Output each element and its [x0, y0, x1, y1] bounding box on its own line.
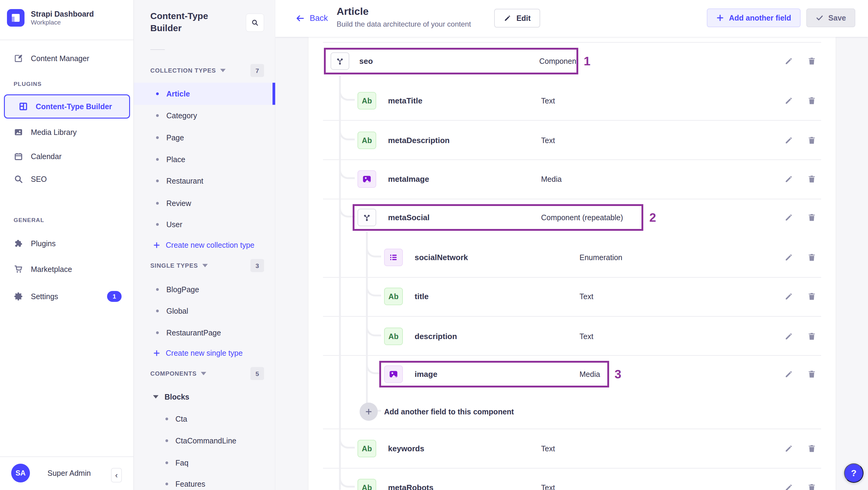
sidebar-item-settings[interactable]: Settings: [0, 286, 134, 307]
sidebar-section-header: GENERAL: [13, 217, 44, 223]
panel-section-header-single-types[interactable]: SINGLE TYPES: [150, 262, 208, 269]
edit-field-button[interactable]: [783, 95, 795, 107]
bullet-icon: [156, 93, 159, 95]
edit-field-button[interactable]: [783, 330, 795, 342]
edit-field-button[interactable]: [783, 290, 795, 303]
seo-search-icon: [13, 174, 23, 184]
bullet-icon: [156, 223, 159, 226]
panel-item-blogpage[interactable]: BlogPage: [134, 279, 275, 301]
delete-field-button[interactable]: [806, 55, 818, 67]
panel-item-global[interactable]: Global: [134, 300, 275, 322]
field-name-metaimage: metaImage: [388, 175, 429, 184]
plus-icon: [716, 14, 724, 22]
fields-list-card: seoComponent1AbmetaTitleTextAbmetaDescri…: [309, 37, 836, 490]
field-type: Text: [541, 136, 555, 145]
delete-field-button[interactable]: [806, 330, 818, 342]
create-new-link[interactable]: Create new single type: [153, 349, 243, 358]
sidebar-item-marketplace[interactable]: Marketplace: [0, 258, 134, 280]
text-field-icon: Ab: [384, 328, 403, 345]
panel-item-category[interactable]: Category: [134, 105, 275, 127]
field-name-metadescription: metaDescription: [388, 136, 450, 145]
collapse-sidebar-button[interactable]: ‹: [111, 468, 122, 483]
component-icon: [335, 56, 345, 66]
delete-field-button[interactable]: [806, 442, 818, 455]
field-name-metarobots: metaRobots: [388, 483, 433, 490]
delete-field-button[interactable]: [806, 290, 818, 303]
sidebar-item-content-manager[interactable]: Content Manager: [0, 48, 134, 69]
panel-item-restaurant[interactable]: Restaurant: [134, 170, 275, 192]
create-new-link[interactable]: Create new collection type: [153, 241, 254, 249]
sidebar-item-plugins[interactable]: Plugins: [0, 233, 134, 254]
edit-field-button[interactable]: [783, 442, 795, 455]
delete-trash-icon: [807, 332, 816, 341]
search-button[interactable]: [246, 13, 264, 32]
panel-section-header-components[interactable]: COMPONENTS: [150, 370, 206, 377]
help-button[interactable]: ?: [844, 463, 864, 483]
row-divider: [323, 468, 821, 468]
panel-item-review[interactable]: Review: [134, 192, 275, 214]
component-category-blocks[interactable]: Blocks: [153, 393, 189, 401]
field-type: Component: [539, 57, 578, 66]
delete-field-button[interactable]: [806, 95, 818, 107]
bullet-icon: [156, 202, 159, 205]
edit-button[interactable]: Edit: [494, 9, 540, 28]
delete-field-button[interactable]: [806, 251, 818, 264]
tree-branch: [366, 279, 381, 297]
panel-item-cta[interactable]: Cta: [134, 408, 275, 430]
panel-item-user[interactable]: User: [134, 214, 275, 236]
marketplace-cart-icon: [13, 264, 23, 274]
delete-field-button[interactable]: [806, 482, 818, 490]
edit-pencil-icon: [784, 213, 793, 222]
panel-item-place[interactable]: Place: [134, 149, 275, 171]
panel-item-page[interactable]: Page: [134, 127, 275, 149]
avatar[interactable]: SA: [11, 464, 30, 483]
edit-pencil-icon: [784, 370, 793, 379]
delete-field-button[interactable]: [806, 368, 818, 380]
delete-field-button[interactable]: [806, 134, 818, 146]
sidebar-item-media-library[interactable]: Media Library: [0, 122, 134, 143]
delete-field-button[interactable]: [806, 211, 818, 223]
image-icon: [13, 127, 23, 137]
edit-field-button[interactable]: [783, 251, 795, 264]
edit-field-button[interactable]: [783, 173, 795, 185]
delete-field-button[interactable]: [806, 173, 818, 185]
save-button[interactable]: Save: [806, 8, 855, 27]
strapi-app: Strapi Dashboard Workplace Content Manag…: [0, 0, 868, 490]
edit-field-button[interactable]: [783, 134, 795, 146]
chevron-down-icon: [201, 372, 206, 375]
sidebar-item-seo[interactable]: SEO: [0, 169, 134, 190]
tree-branch: [339, 84, 355, 101]
panel-item-restaurantpage[interactable]: RestaurantPage: [134, 322, 275, 344]
panel-item-faq[interactable]: Faq: [134, 452, 275, 474]
puzzle-icon: [13, 239, 23, 248]
edit-field-button[interactable]: [783, 368, 795, 380]
panel-item-features[interactable]: Features: [134, 473, 275, 490]
back-link[interactable]: Back: [296, 13, 328, 23]
add-another-field-button[interactable]: Add another field: [707, 8, 801, 27]
field-type: Text: [541, 483, 555, 490]
annotation-number: 1: [584, 55, 590, 68]
field-type: Text: [541, 444, 555, 453]
sidebar-item-calendar[interactable]: Calendar: [0, 146, 134, 167]
component-field-icon: [331, 52, 349, 70]
tree-line-seo: [339, 75, 341, 490]
edit-field-button[interactable]: [783, 482, 795, 490]
panel-item-ctacommandline[interactable]: CtaCommandLine: [134, 430, 275, 452]
add-field-to-component-button[interactable]: [360, 403, 378, 421]
panel-section-header-collection-types[interactable]: COLLECTION TYPES: [150, 67, 226, 74]
panel-item-article[interactable]: Article: [134, 83, 275, 105]
chevron-down-icon: [202, 264, 208, 267]
enum-field-icon: [384, 249, 403, 266]
edit-field-button[interactable]: [783, 55, 795, 67]
tree-branch: [339, 123, 355, 140]
text-field-icon: Ab: [358, 131, 376, 149]
edit-field-button[interactable]: [783, 211, 795, 223]
field-name-metatitle: metaTitle: [388, 96, 423, 105]
sidebar-item-content-type-builder[interactable]: Content-Type Builder: [4, 94, 130, 119]
add-field-to-component-label[interactable]: Add another field to this component: [384, 407, 514, 416]
row-divider: [323, 316, 821, 317]
media-library-icon: [13, 127, 23, 137]
plus-icon: [365, 408, 372, 415]
field-name-image: image: [415, 370, 437, 379]
row-divider: [323, 199, 821, 199]
